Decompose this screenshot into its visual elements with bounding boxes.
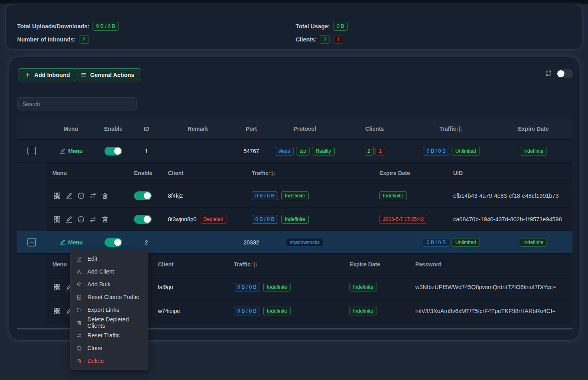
header-enable: Enable (128, 170, 162, 176)
stat-total-uploads-downloads: Total Uploads/Downloads: 0 B / 0 B (17, 22, 119, 31)
search-input[interactable] (17, 97, 137, 110)
menu-item-reset-traffic[interactable]: Reset Traffic (71, 329, 148, 342)
stat-value-badge: 2 (79, 35, 89, 44)
expire-badge: Indefinite (349, 283, 377, 291)
stat-label: Total Usage: (296, 23, 330, 30)
header-password: Password (410, 261, 572, 268)
menu-item-edit[interactable]: Edit (71, 252, 148, 265)
delete-icon[interactable] (100, 191, 109, 200)
edit-icon[interactable] (64, 191, 73, 200)
enable-toggle[interactable] (105, 147, 122, 156)
edit-icon (59, 239, 66, 246)
inbound-id: 2 (131, 239, 162, 246)
qrcode-icon[interactable] (52, 307, 61, 316)
edit-icon (59, 148, 66, 154)
inbound-port: 54767 (234, 148, 269, 154)
inbound-menu-button[interactable]: Menu (46, 239, 96, 246)
collapse-row-button[interactable] (28, 238, 36, 246)
header-remark: Remark (162, 126, 234, 132)
header-client: Client (162, 170, 246, 176)
stat-number-of-inbounds: Number of Inbounds: 2 (17, 35, 119, 44)
sync-icon (76, 333, 82, 339)
stat-value-badge: 0 B (333, 22, 348, 31)
edit-icon[interactable] (64, 215, 73, 224)
copy-icon (76, 345, 82, 351)
header-client: Client (152, 261, 228, 268)
clients-depleted-badge: 1 (333, 35, 343, 44)
menu-item-delete[interactable]: Delete (71, 354, 148, 367)
traffic-badge: 0 B / 0 B (252, 191, 278, 200)
qrcode-icon[interactable] (52, 215, 61, 224)
clients-depleted-badge: 1 (375, 147, 385, 156)
traffic-cell: 0 B / 0 B Indefinite (228, 307, 344, 315)
stat-label: Number of Inbounds: (17, 36, 76, 43)
client-uid: ca68470b-1940-437d-802b-1f9573e94598 (448, 216, 572, 222)
depleted-badge: Depleted (200, 215, 227, 224)
client-name-cell: 8t3wjnn8p0 Depleted (162, 215, 246, 224)
traffic-badge: 0 B / 0 B (234, 283, 260, 291)
traffic-limit-badge: Unlimited (452, 147, 479, 156)
reset-traffic-icon[interactable] (88, 191, 97, 200)
dark-mode-toggle[interactable] (556, 69, 573, 78)
clients-active-badge: 2 (320, 35, 330, 44)
header-traffic-sort[interactable]: Traffic↑|↓ (228, 261, 344, 268)
client-name: 8f4kj2 (162, 193, 246, 199)
client-password: w3NfbzUPf5WWd745Q8pvsmQrdrttT2IO6knuI7Di… (410, 284, 572, 290)
info-icon[interactable] (76, 191, 85, 200)
menu-item-reset-clients-traffic[interactable]: Reset Clients Traffic (71, 291, 148, 303)
export-icon (76, 307, 82, 313)
header-expire-date: Expire Date (344, 261, 410, 268)
stat-total-usage: Total Usage: 0 B (296, 22, 348, 31)
header-id: ID (131, 126, 162, 132)
collapse-row-button[interactable] (28, 147, 36, 155)
stat-label: Clients: (296, 36, 317, 43)
delete-icon[interactable] (100, 215, 109, 224)
reset-traffic-icon[interactable] (88, 215, 97, 224)
header-menu: Menu (46, 126, 96, 132)
client-name: 8t3wjnn8p0 (168, 216, 197, 222)
expire-badge: Indefinite (520, 147, 547, 156)
traffic-limit-badge: Indefinite (263, 283, 291, 291)
expire-badge: 2023-5-7 17:25:42 (379, 215, 427, 224)
menu-item-add-bulk[interactable]: Add Bulk (71, 278, 148, 291)
protocol-tags: shadowsocks (269, 238, 341, 247)
add-inbound-button[interactable]: Add Inbound (18, 68, 77, 81)
expire-badge: Indefinite (379, 191, 407, 200)
client-row: 8f4kj2 0 B / 0 B Indefinite Indefinite e… (47, 184, 572, 208)
stat-clients: Clients: 2 1 (296, 35, 348, 44)
trash-icon (76, 320, 82, 326)
menu-item-clone[interactable]: Clone (71, 342, 148, 354)
menu-item-delete-depleted-clients[interactable]: Delete Depleted Clients (71, 316, 148, 329)
inbound-id: 1 (131, 148, 162, 154)
refresh-icon[interactable] (545, 69, 553, 78)
header-port: Port (234, 126, 269, 132)
user-add-icon (76, 269, 82, 275)
protocol-tag: vless (275, 147, 293, 156)
qrcode-icon[interactable] (52, 191, 61, 200)
traffic-limit-badge: Indefinite (263, 307, 291, 315)
traffic-limit-badge: Unlimited (452, 238, 479, 247)
client-enable-toggle[interactable] (134, 191, 152, 200)
traffic-badge: 0 B / 0 B (423, 147, 449, 156)
general-actions-button[interactable]: General Actions (74, 68, 141, 81)
enable-toggle[interactable] (105, 238, 122, 247)
menu-item-add-client[interactable]: Add Client (71, 265, 148, 278)
inbounds-panel: Add Inbound General Actions Menu Enable … (9, 57, 580, 341)
inbound-menu-button[interactable]: Menu (46, 148, 96, 154)
expire-badge: Indefinite (520, 238, 547, 247)
menu-item-export-links[interactable]: Export Links (71, 303, 148, 316)
header-traffic-sort[interactable]: Traffic↑|↓ (246, 170, 374, 176)
stat-label: Total Uploads/Downloads: (17, 23, 89, 30)
info-icon[interactable] (76, 215, 85, 224)
qrcode-icon[interactable] (52, 283, 61, 292)
inbound-port: 20332 (234, 239, 269, 246)
client-name: w74ioipe (152, 308, 228, 314)
protocol-tag: Reality (312, 147, 334, 156)
client-enable-toggle[interactable] (134, 215, 152, 224)
menu-bars-icon (81, 72, 87, 78)
traffic-cell: 0 B / 0 B Unlimited (408, 147, 494, 156)
header-clients: Clients (341, 126, 408, 132)
client-name: laf9go (152, 284, 228, 290)
header-traffic-sort[interactable]: Traffic↑|↓ (408, 126, 494, 132)
protocol-tags: vless tcp Reality (269, 147, 341, 156)
